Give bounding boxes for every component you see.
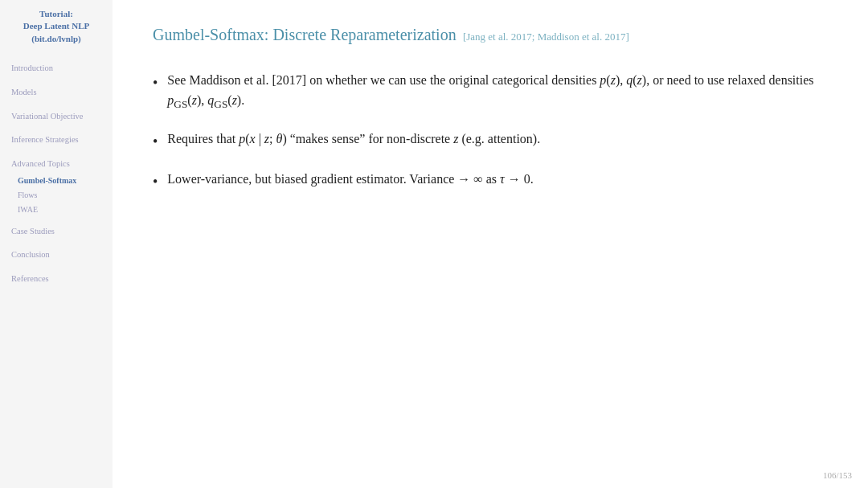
sidebar-item-introduction[interactable]: Introduction: [6, 59, 106, 78]
bullet-dot-3: •: [153, 171, 158, 194]
slide-title-ref: [Jang et al. 2017; Maddison et al. 2017]: [461, 31, 629, 43]
sidebar-subitem-iwae[interactable]: IWAE: [6, 203, 106, 217]
main-content: Gumbel-Softmax: Discrete Reparameterizat…: [113, 0, 868, 488]
bullet-text-2: Requires that p(x | z; θ) “makes sense” …: [167, 129, 828, 150]
sidebar-item-models[interactable]: Models: [6, 84, 106, 102]
sidebar-item-case-studies[interactable]: Case Studies: [6, 223, 106, 241]
sidebar-title-line1: Tutorial:: [39, 9, 73, 18]
sidebar-title: Tutorial: Deep Latent NLP (bit.do/lvnlp): [6, 8, 106, 45]
sidebar-item-variational-objective[interactable]: Variational Objective: [6, 108, 106, 126]
bullet-text-3: Lower-variance, but biased gradient esti…: [167, 170, 828, 190]
sidebar-subitem-gumbel-softmax[interactable]: Gumbel-Softmax: [6, 174, 106, 188]
slide-title-text: Gumbel-Softmax: Discrete Reparameterizat…: [153, 26, 457, 43]
page-number: 106/153: [823, 470, 852, 480]
sidebar-item-conclusion[interactable]: Conclusion: [6, 246, 106, 265]
bullet-dot-1: •: [153, 72, 158, 95]
bullet-list: • See Maddison et al. [2017] on whether …: [153, 71, 828, 193]
bullet-dot-2: •: [153, 131, 158, 154]
bullet-item-3: • Lower-variance, but biased gradient es…: [153, 170, 828, 194]
sidebar-item-inference-strategies[interactable]: Inference Strategies: [6, 131, 106, 150]
sidebar-title-line2: Deep Latent NLP: [23, 21, 90, 31]
bullet-item-2: • Requires that p(x | z; θ) “makes sense…: [153, 129, 828, 154]
sidebar-title-line3: (bit.do/lvnlp): [31, 34, 80, 43]
sidebar: Tutorial: Deep Latent NLP (bit.do/lvnlp)…: [0, 0, 113, 488]
slide-title: Gumbel-Softmax: Discrete Reparameterizat…: [153, 24, 828, 45]
sidebar-item-advanced-topics[interactable]: Advanced Topics: [6, 155, 106, 174]
bullet-text-1: See Maddison et al. [2017] on whether we…: [167, 71, 828, 113]
sidebar-subitem-flows[interactable]: Flows: [6, 188, 106, 203]
sidebar-item-references[interactable]: References: [6, 270, 106, 289]
bullet-item-1: • See Maddison et al. [2017] on whether …: [153, 71, 828, 113]
